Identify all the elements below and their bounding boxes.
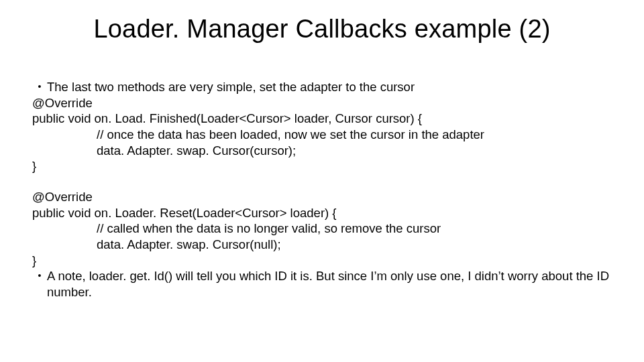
- code-line: @Override: [32, 95, 617, 111]
- code-line: @Override: [32, 189, 617, 205]
- code-line: data. Adapter. swap. Cursor(cursor);: [32, 143, 617, 159]
- code-line: public void on. Load. Finished(Loader<Cu…: [32, 111, 617, 127]
- bullet-text: A note, loader. get. Id() will tell you …: [47, 268, 617, 300]
- bullet-item: • The last two methods are very simple, …: [32, 79, 617, 95]
- slide: Loader. Manager Callbacks example (2) • …: [0, 0, 644, 362]
- code-line: // called when the data is no longer val…: [32, 221, 617, 237]
- bullet-item: • A note, loader. get. Id() will tell yo…: [32, 268, 617, 300]
- code-line: // once the data has been loaded, now we…: [32, 127, 617, 143]
- code-line: data. Adapter. swap. Cursor(null);: [32, 237, 617, 253]
- code-line: }: [32, 158, 617, 174]
- slide-title: Loader. Manager Callbacks example (2): [0, 15, 644, 44]
- slide-body: • The last two methods are very simple, …: [32, 79, 617, 300]
- bullet-text: The last two methods are very simple, se…: [47, 79, 617, 95]
- bullet-dot-icon: •: [32, 268, 47, 283]
- code-line: }: [32, 253, 617, 269]
- bullet-dot-icon: •: [32, 79, 47, 94]
- code-line: public void on. Loader. Reset(Loader<Cur…: [32, 205, 617, 221]
- blank-line: [32, 174, 617, 189]
